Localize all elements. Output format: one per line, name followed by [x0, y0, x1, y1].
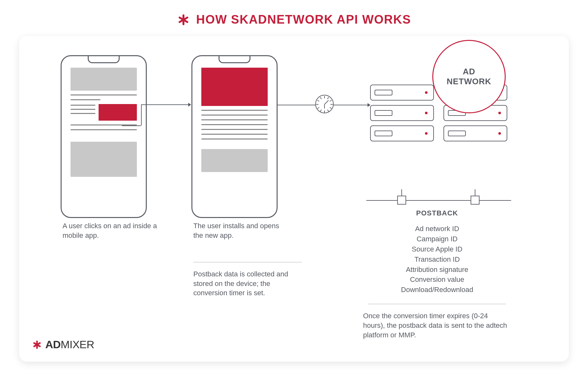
postback-item: Download/Redownload [361, 285, 514, 295]
divider [368, 304, 506, 304]
ad-unit-icon [201, 68, 268, 106]
text-line [201, 139, 268, 139]
text-line [71, 129, 137, 130]
asterisk-icon [32, 340, 42, 350]
postback-item: Source Apple ID [361, 244, 514, 254]
text-line [71, 109, 95, 110]
content-block [71, 68, 137, 91]
text-line [201, 110, 268, 111]
ad-unit-icon [99, 104, 137, 121]
text-line [201, 134, 268, 135]
postback-item: Conversion value [361, 274, 514, 285]
asterisk-icon [177, 13, 190, 26]
ad-network-label-circle: AD NETWORK [432, 40, 506, 113]
postback-list: Ad network ID Campaign ID Source Apple I… [361, 224, 514, 295]
title-row: HOW SKADNETWORK API WORKS [19, 13, 569, 26]
text-line [71, 113, 95, 114]
text-line [201, 124, 268, 125]
ad-network-label-line2: NETWORK [447, 77, 491, 86]
text-line [71, 99, 100, 100]
server-icon [443, 125, 507, 141]
step1-caption: A user clicks on an ad inside a mobile a… [63, 221, 158, 240]
text-line [201, 129, 268, 130]
text-line [71, 94, 137, 95]
server-icon [370, 85, 434, 101]
diagram-title: HOW SKADNETWORK API WORKS [196, 13, 411, 26]
postback-block: POSTBACK Ad network ID Campaign ID Sourc… [361, 209, 514, 340]
text-line [71, 105, 95, 106]
step2a-caption: The user installs and opens the new app. [193, 221, 289, 240]
server-icon [370, 125, 434, 141]
text-line [201, 115, 268, 116]
brand-bold: AD [45, 338, 61, 350]
phone-notch-icon [88, 56, 120, 63]
postback-heading: POSTBACK [361, 209, 514, 217]
diagram-card: AD NETWORK A user clicks on an ad inside… [19, 36, 569, 362]
phone-screen [62, 56, 146, 183]
phone-screen [192, 56, 277, 178]
postback-item: Ad network ID [361, 224, 514, 234]
postback-item: Transaction ID [361, 254, 514, 265]
brand-logo: ADMIXER [32, 338, 94, 351]
diagram-row: AD NETWORK [41, 55, 547, 221]
clock-icon [315, 95, 334, 113]
postback-footer: Once the conversion timer expires (0-24 … [361, 311, 514, 340]
phone-installed-app [191, 55, 278, 218]
content-block [71, 142, 137, 177]
postback-item: Attribution signature [361, 265, 514, 275]
text-line [201, 119, 268, 120]
divider [193, 262, 302, 262]
ad-network-label-line1: AD [463, 67, 475, 76]
step2b-caption: Postback data is collected and stored on… [193, 269, 302, 298]
server-icon [370, 105, 434, 121]
phone-notch-icon [219, 56, 250, 63]
content-block [201, 149, 268, 172]
postback-item: Campaign ID [361, 234, 514, 244]
brand-text: ADMIXER [45, 338, 94, 351]
step2b-block: Postback data is collected and stored on… [193, 253, 302, 298]
brand-rest: MIXER [61, 338, 94, 350]
phone-source-app [61, 55, 147, 218]
